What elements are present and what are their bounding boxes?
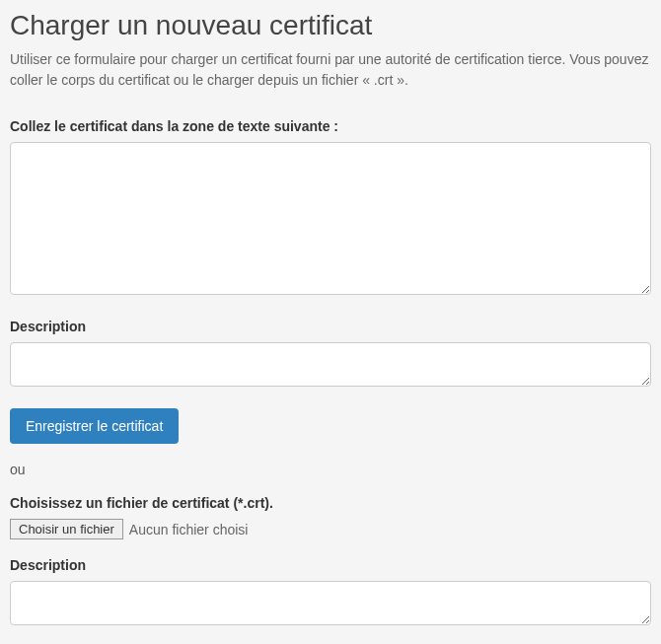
paste-certificate-label: Collez le certificat dans la zone de tex… bbox=[10, 118, 651, 134]
file-certificate-label: Choisissez un fichier de certificat (*.c… bbox=[10, 495, 651, 511]
page-title: Charger un nouveau certificat bbox=[10, 10, 651, 41]
paste-description-label: Description bbox=[10, 319, 651, 334]
file-description-label: Description bbox=[10, 557, 651, 573]
choose-file-button[interactable]: Choisir un fichier bbox=[10, 519, 123, 539]
paste-certificate-textarea[interactable] bbox=[10, 142, 651, 295]
page-subtitle: Utiliser ce formulaire pour charger un c… bbox=[10, 49, 651, 91]
paste-description-textarea[interactable] bbox=[10, 342, 651, 387]
file-status-text: Aucun fichier choisi bbox=[129, 522, 249, 537]
separator-text: ou bbox=[10, 462, 651, 477]
file-description-textarea[interactable] bbox=[10, 581, 651, 625]
save-certificate-button[interactable]: Enregistrer le certificat bbox=[10, 408, 179, 444]
